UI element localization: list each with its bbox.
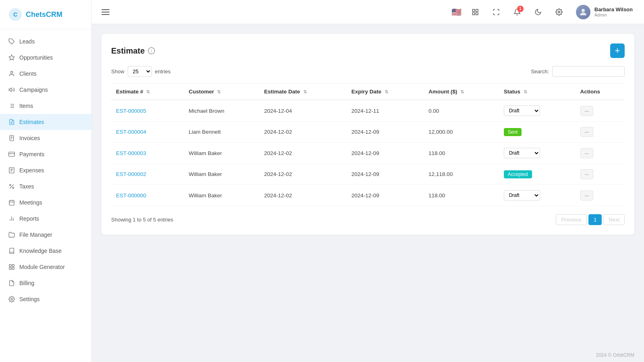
sidebar-label-settings: Settings xyxy=(19,296,40,302)
col-estimate-date[interactable]: Estimate Date ⇅ xyxy=(259,84,347,100)
cell-actions: ··· xyxy=(576,164,625,185)
estimate-link[interactable]: EST-000005 xyxy=(116,108,146,114)
gear-icon xyxy=(8,296,15,303)
sidebar-item-knowledge-base[interactable]: Knowledge Base xyxy=(0,243,91,259)
dark-mode-button[interactable] xyxy=(531,5,545,19)
footer: 2024 © OrbitCRM xyxy=(92,348,644,362)
header-right: 🇺🇸 1 xyxy=(451,3,636,21)
svg-point-37 xyxy=(11,298,12,300)
logo-icon: C xyxy=(8,7,23,22)
estimate-link[interactable]: EST-000002 xyxy=(116,171,146,177)
table-row: EST-000004Liam Bennett2024-12-022024-12-… xyxy=(111,122,625,143)
notifications-button[interactable]: 1 xyxy=(510,5,524,19)
page-header: Estimate i + xyxy=(111,43,625,58)
sidebar-item-invoices[interactable]: Invoices xyxy=(0,130,91,146)
fullscreen-button[interactable] xyxy=(489,5,503,19)
col-amount[interactable]: Amount ($) ⇅ xyxy=(424,84,499,100)
info-icon[interactable]: i xyxy=(148,47,155,54)
apps-button[interactable] xyxy=(468,5,482,19)
sidebar-item-clients[interactable]: Clients xyxy=(0,66,91,82)
sidebar-label-meetings: Meetings xyxy=(19,199,42,206)
language-flag[interactable]: 🇺🇸 xyxy=(451,7,462,17)
sidebar-label-campaigns: Campaigns xyxy=(19,87,48,93)
cell-amount: 118.00 xyxy=(424,143,499,164)
sidebar-item-meetings[interactable]: Meetings xyxy=(0,194,91,211)
sidebar-nav: Leads Opportunities Clients Campaigns xyxy=(0,29,91,362)
svg-line-23 xyxy=(10,184,13,188)
svg-point-43 xyxy=(582,9,585,12)
row-action-button[interactable]: ··· xyxy=(580,127,594,137)
svg-rect-34 xyxy=(12,265,14,267)
table-row: EST-000000William Baker2024-12-022024-12… xyxy=(111,185,625,206)
pagination-row: Showing 1 to 5 of 5 entries Previous 1 N… xyxy=(111,214,625,225)
cell-customer: William Baker xyxy=(184,164,259,185)
sidebar-item-opportunities[interactable]: Opportunities xyxy=(0,50,91,66)
row-action-button[interactable]: ··· xyxy=(580,169,594,179)
search-input[interactable] xyxy=(552,66,625,77)
sidebar-item-items[interactable]: Items xyxy=(0,98,91,114)
settings-button[interactable] xyxy=(552,5,566,19)
status-dropdown[interactable]: DraftSentAcceptedDeclined xyxy=(504,148,540,158)
sidebar-item-campaigns[interactable]: Campaigns xyxy=(0,82,91,98)
sidebar-item-file-manager[interactable]: File Manager xyxy=(0,227,91,243)
col-customer[interactable]: Customer ⇅ xyxy=(184,84,259,100)
sidebar: C ChetsCRM Leads Opportunities Clients xyxy=(0,0,92,362)
estimate-link[interactable]: EST-000004 xyxy=(116,129,146,135)
cell-estimate-num: EST-000004 xyxy=(111,122,184,143)
col-estimate-num[interactable]: Estimate # ⇅ xyxy=(111,84,184,100)
cell-amount: 0.00 xyxy=(424,100,499,122)
cell-customer: William Baker xyxy=(184,185,259,206)
credit-card-icon xyxy=(8,151,15,158)
sidebar-item-leads[interactable]: Leads xyxy=(0,33,91,50)
svg-point-42 xyxy=(558,11,560,13)
sidebar-item-module-generator[interactable]: Module Generator xyxy=(0,259,91,275)
add-estimate-button[interactable]: + xyxy=(610,43,625,58)
sidebar-label-knowledge-base: Knowledge Base xyxy=(19,248,62,254)
page-1-button[interactable]: 1 xyxy=(588,214,602,225)
header-gear-icon xyxy=(555,8,563,16)
sidebar-item-estimates[interactable]: Estimates xyxy=(0,114,91,130)
page-title: Estimate xyxy=(111,46,145,56)
apps-icon xyxy=(472,8,479,16)
user-profile[interactable]: Barbara Wilson Admin xyxy=(573,3,636,21)
sidebar-item-payments[interactable]: Payments xyxy=(0,146,91,162)
row-action-button[interactable]: ··· xyxy=(580,106,594,116)
book-icon xyxy=(8,247,15,254)
sidebar-item-billing[interactable]: Billing xyxy=(0,275,91,291)
cell-customer: Liam Bennett xyxy=(184,122,259,143)
svg-point-25 xyxy=(12,187,14,188)
cell-estimate-date: 2024-12-02 xyxy=(259,122,347,143)
sidebar-label-expenses: Expenses xyxy=(19,167,44,174)
row-action-button[interactable]: ··· xyxy=(580,190,594,201)
cell-expiry-date: 2024-12-09 xyxy=(346,185,424,206)
status-dropdown[interactable]: DraftSentAcceptedDeclined xyxy=(504,190,540,201)
sidebar-label-clients: Clients xyxy=(19,70,37,77)
showing-entries-text: Showing 1 to 5 of 5 entries xyxy=(111,217,173,223)
sidebar-label-taxes: Taxes xyxy=(19,183,34,190)
row-action-button[interactable]: ··· xyxy=(580,148,594,158)
sidebar-label-file-manager: File Manager xyxy=(19,232,52,238)
entries-per-page-select[interactable]: 10 25 50 100 xyxy=(128,66,152,77)
sidebar-item-settings[interactable]: Settings xyxy=(0,291,91,307)
estimates-card: Estimate i + Show 10 25 50 100 e xyxy=(101,34,634,235)
svg-rect-41 xyxy=(476,12,478,14)
svg-rect-35 xyxy=(9,267,11,269)
status-dropdown[interactable]: DraftSentAcceptedDeclined xyxy=(504,105,540,116)
svg-marker-3 xyxy=(9,55,14,60)
pagination-controls: Previous 1 Next xyxy=(556,214,625,225)
next-button[interactable]: Next xyxy=(603,214,625,225)
sidebar-item-expenses[interactable]: Expenses xyxy=(0,162,91,178)
col-expiry-date[interactable]: Expiry Date ⇅ xyxy=(346,84,424,100)
sidebar-item-reports[interactable]: Reports xyxy=(0,211,91,227)
fullscreen-icon xyxy=(493,8,500,16)
estimate-link[interactable]: EST-000000 xyxy=(116,192,146,199)
sidebar-label-estimates: Estimates xyxy=(19,119,44,125)
sidebar-label-opportunities: Opportunities xyxy=(19,54,53,61)
header-left xyxy=(100,8,111,17)
sidebar-label-billing: Billing xyxy=(19,280,34,286)
col-status[interactable]: Status ⇅ xyxy=(499,84,576,100)
estimate-link[interactable]: EST-000003 xyxy=(116,150,146,156)
sidebar-item-taxes[interactable]: Taxes xyxy=(0,178,91,194)
hamburger-button[interactable] xyxy=(100,8,111,17)
previous-button[interactable]: Previous xyxy=(556,214,587,225)
